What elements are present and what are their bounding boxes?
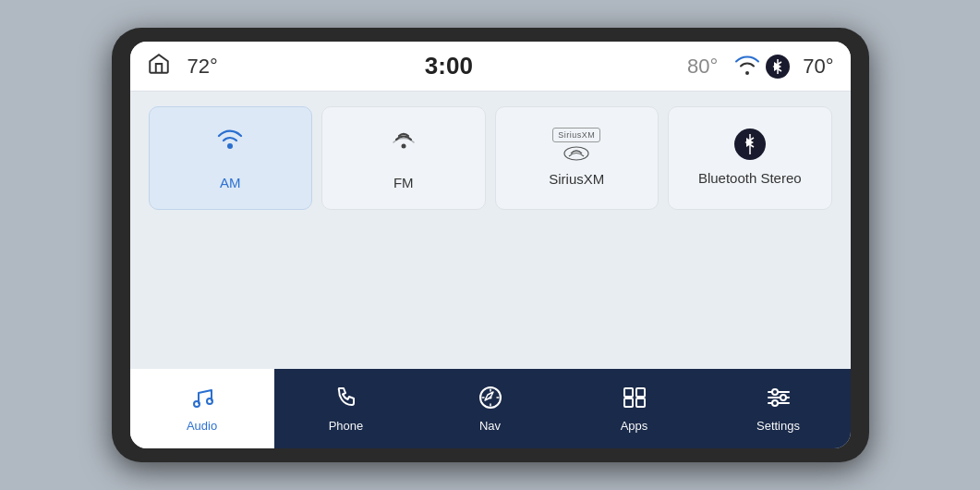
infotainment-screen: 72° 3:00 80° [130,42,851,448]
am-icon [213,124,247,165]
wifi-icon [734,55,760,79]
fm-icon [387,124,420,165]
siriusxm-icon: SiriusXM [552,128,600,161]
nav-phone[interactable]: Phone [274,369,418,448]
outside-temp-right: 70° [803,55,833,79]
svg-point-18 [772,400,778,406]
siriusxm-label: SiriusXM [549,170,604,189]
bluetooth-stereo-tile[interactable]: Bluetooth Stereo [668,106,832,210]
svg-rect-12 [636,398,645,407]
music-note-icon [189,385,215,414]
main-content: AM FM [130,92,851,369]
am-label: AM [220,174,241,192]
fm-label: FM [393,174,414,192]
svg-point-6 [207,398,212,404]
connectivity-icons: 70° [734,55,833,79]
nav-audio-label: Audio [187,419,217,433]
home-icon[interactable] [147,52,171,81]
sliders-icon [765,385,792,414]
fm-tile[interactable]: FM [321,106,486,210]
svg-point-17 [780,395,786,400]
outside-temp-center: 80° [687,55,718,79]
nav-navigation[interactable]: Nav [418,369,563,448]
bluetooth-icon [766,55,790,79]
am-tile[interactable]: AM [149,106,313,210]
nav-settings[interactable]: Settings [707,369,851,448]
nav-apps[interactable]: Apps [563,369,707,448]
svg-point-1 [227,143,233,149]
svg-point-2 [401,144,405,149]
siriusxm-tile[interactable]: SiriusXM SiriusXM [495,106,659,210]
audio-source-grid: AM FM [149,106,832,210]
phone-icon [333,385,359,414]
nav-apps-label: Apps [621,419,648,433]
nav-nav-label: Nav [479,419,501,433]
status-bar: 72° 3:00 80° [130,42,851,92]
svg-rect-11 [624,398,633,407]
bottom-navigation: Audio Phone [130,369,851,448]
car-bezel: 72° 3:00 80° [112,28,869,462]
bluetooth-stereo-label: Bluetooth Stereo [698,169,802,188]
bluetooth-stereo-icon [734,129,766,160]
nav-settings-label: Settings [756,419,800,433]
svg-point-16 [772,389,778,395]
nav-audio[interactable]: Audio [130,369,274,448]
svg-point-5 [194,401,200,407]
svg-rect-10 [636,388,645,397]
clock: 3:00 [425,52,473,80]
nav-phone-label: Phone [329,419,364,433]
svg-rect-9 [624,388,633,397]
compass-icon [478,385,503,414]
apps-grid-icon [621,385,648,414]
interior-temp: 72° [188,55,218,79]
